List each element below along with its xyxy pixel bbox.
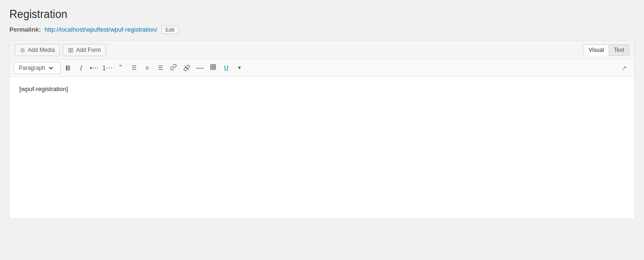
ordered-list-icon: 1⋯ xyxy=(102,64,113,72)
blockquote-icon: “ xyxy=(119,64,122,72)
align-center-icon: ≡ xyxy=(145,65,149,71)
toolbar-align-right-button[interactable]: ☰ xyxy=(154,62,166,74)
paragraph-format-select[interactable]: Paragraph Heading 1 Heading 2 Heading 3 … xyxy=(14,62,61,74)
link-icon xyxy=(170,64,177,72)
svg-line-0 xyxy=(184,66,189,70)
editor-container: ⊕ Add Media ⊞ Add Form Visual Text Para xyxy=(9,41,635,219)
underline-icon: U xyxy=(224,64,228,71)
toolbar-align-left-button[interactable]: ☰ xyxy=(128,62,140,74)
add-form-icon: ⊞ xyxy=(68,46,74,54)
hr-icon: ― xyxy=(196,64,204,72)
toolbar-bold-button[interactable]: B xyxy=(62,62,74,74)
dropdown-icon: ▼ xyxy=(237,65,242,70)
toolbar-italic-button[interactable]: I xyxy=(75,62,87,74)
svg-rect-1 xyxy=(211,65,216,70)
toolbar-unlink-button[interactable] xyxy=(181,62,193,74)
editor-tab-group: Visual Text xyxy=(584,44,629,56)
permalink-link[interactable]: http://localhost/wpuftest/wpuf-registrat… xyxy=(44,26,157,33)
tab-text[interactable]: Text xyxy=(609,44,629,56)
add-media-button[interactable]: ⊕ Add Media xyxy=(15,44,60,56)
page-wrapper: Registration Permalink: http://localhost… xyxy=(0,0,644,260)
page-title: Registration xyxy=(9,8,635,22)
toolbar-blockquote-button[interactable]: “ xyxy=(115,62,127,74)
bold-icon: B xyxy=(66,64,70,72)
align-left-icon: ☰ xyxy=(132,65,137,71)
toolbar-hr-button[interactable]: ― xyxy=(194,62,206,74)
editor-content-area[interactable]: [wpuf-registration] xyxy=(10,77,634,218)
add-media-icon: ⊕ xyxy=(20,46,25,54)
editor-top-left: ⊕ Add Media ⊞ Add Form xyxy=(15,44,106,56)
permalink-row: Permalink: http://localhost/wpuftest/wpu… xyxy=(9,25,635,34)
italic-icon: I xyxy=(80,64,82,72)
toolbar-expand-button[interactable]: ↗ xyxy=(618,62,630,74)
unordered-list-icon: •⋯ xyxy=(90,64,99,72)
editor-toolbar: Paragraph Heading 1 Heading 2 Heading 3 … xyxy=(10,59,634,77)
add-form-button[interactable]: ⊞ Add Form xyxy=(63,44,106,56)
toolbar-more-button[interactable]: ▼ xyxy=(233,62,246,74)
toolbar-underline-button[interactable]: U xyxy=(220,62,232,74)
table-icon xyxy=(210,64,216,72)
toolbar-unordered-list-button[interactable]: •⋯ xyxy=(88,62,100,74)
add-form-label: Add Form xyxy=(76,47,101,53)
editor-top-bar: ⊕ Add Media ⊞ Add Form Visual Text xyxy=(10,41,634,59)
permalink-edit-button[interactable]: Edit xyxy=(161,25,179,34)
paragraph-format-dropdown[interactable]: Paragraph Heading 1 Heading 2 Heading 3 … xyxy=(17,64,55,72)
add-media-label: Add Media xyxy=(28,47,55,53)
toolbar-link-button[interactable] xyxy=(167,62,180,74)
tab-visual[interactable]: Visual xyxy=(584,44,609,56)
toolbar-table-button[interactable] xyxy=(207,62,219,74)
align-right-icon: ☰ xyxy=(158,65,163,71)
toolbar-ordered-list-button[interactable]: 1⋯ xyxy=(101,62,114,74)
permalink-label: Permalink: xyxy=(9,26,41,33)
expand-icon: ↗ xyxy=(621,64,627,72)
editor-shortcode: [wpuf-registration] xyxy=(19,85,68,92)
unlink-icon xyxy=(183,65,190,71)
toolbar-align-center-button[interactable]: ≡ xyxy=(141,62,153,74)
